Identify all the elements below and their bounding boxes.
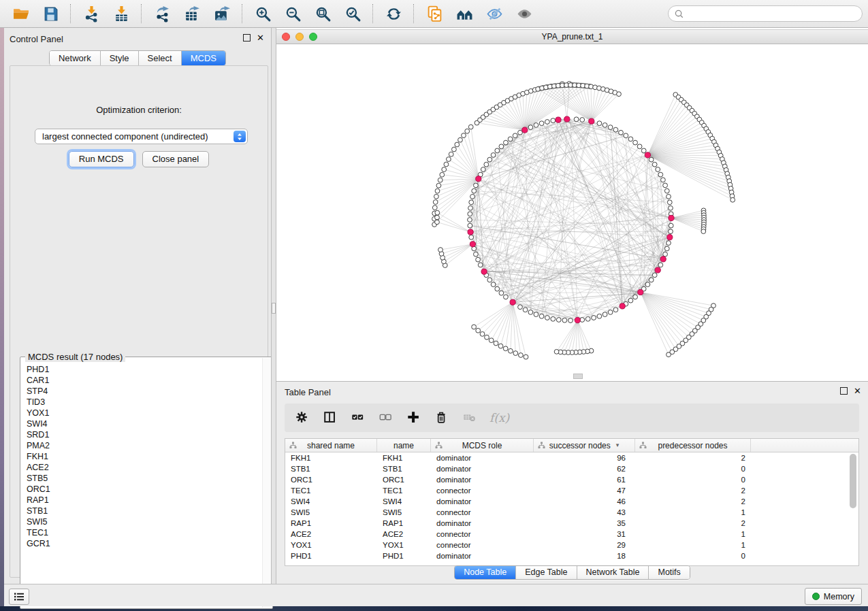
table-row-SWI4[interactable]: SWI4SWI4dominator462 — [285, 496, 858, 507]
cell-predecessor-nodes[interactable]: 0 — [635, 552, 751, 560]
column-header-MCDS-role[interactable]: MCDS role — [431, 439, 534, 452]
column-header-shared-name[interactable]: shared name — [285, 439, 377, 452]
mcds-node-item[interactable]: GCR1 — [27, 538, 262, 549]
cell-predecessor-nodes[interactable]: 2 — [635, 519, 751, 527]
cell-MCDS-role[interactable]: dominator — [431, 552, 534, 560]
deselect-all-rows-button[interactable] — [378, 410, 394, 426]
column-header-successor-nodes[interactable]: successor nodes▾ — [534, 439, 635, 452]
network-window-titlebar[interactable]: YPA_prune.txt_1 — [276, 29, 868, 44]
zoom-fit-button[interactable] — [311, 3, 334, 24]
cell-successor-nodes[interactable]: 18 — [534, 552, 635, 560]
mcds-result-list[interactable]: PHD1CAR1STP4TID3YOX1SWI4SRD1PMA2FKH1ACE2… — [21, 363, 262, 608]
export-network-button[interactable] — [150, 3, 174, 24]
open-session-button[interactable] — [9, 3, 32, 24]
tab-motifs[interactable]: Motifs — [649, 566, 689, 579]
zoom-in-button[interactable] — [251, 3, 274, 24]
cell-predecessor-nodes[interactable]: 2 — [635, 486, 751, 495]
cell-name[interactable]: ORC1 — [377, 476, 431, 484]
table-row-ORC1[interactable]: ORC1ORC1dominator610 — [285, 474, 858, 485]
cell-name[interactable]: SWI5 — [377, 508, 431, 516]
network-graph[interactable] — [276, 44, 868, 381]
delete-column-button[interactable] — [434, 410, 450, 426]
optimization-criterion-select[interactable]: largest connected component (undirected) — [35, 129, 248, 144]
cell-successor-nodes[interactable]: 47 — [534, 486, 635, 495]
mcds-node-item[interactable]: PHD1 — [27, 364, 262, 375]
cell-shared-name[interactable]: PHD1 — [285, 552, 377, 560]
float-table-panel-icon[interactable] — [840, 387, 848, 395]
mcds-node-item[interactable]: STP4 — [27, 386, 262, 397]
export-image-button[interactable] — [210, 3, 234, 24]
mcds-node-item[interactable]: STB5 — [27, 473, 262, 484]
cell-name[interactable]: ACE2 — [377, 530, 431, 538]
cell-MCDS-role[interactable]: dominator — [431, 454, 534, 462]
cell-predecessor-nodes[interactable]: 1 — [635, 508, 751, 516]
close-panel-button[interactable]: Close panel — [142, 151, 210, 167]
cell-successor-nodes[interactable]: 31 — [534, 530, 635, 538]
table-row-YOX1[interactable]: YOX1YOX1connector291 — [285, 540, 858, 550]
cell-name[interactable]: PHD1 — [377, 552, 431, 560]
table-settings-button[interactable] — [294, 410, 310, 426]
memory-button[interactable]: Memory — [805, 588, 862, 605]
cell-MCDS-role[interactable]: dominator — [431, 465, 534, 473]
first-neighbors-button[interactable] — [453, 3, 476, 24]
cell-name[interactable]: TEC1 — [377, 486, 431, 495]
table-scrollbar[interactable] — [850, 452, 857, 564]
tab-edge-table[interactable]: Edge Table — [516, 566, 577, 579]
cell-successor-nodes[interactable]: 61 — [534, 476, 635, 484]
hide-selected-button[interactable] — [483, 3, 506, 24]
mcds-node-item[interactable]: ORC1 — [27, 484, 262, 495]
tab-mcds[interactable]: MCDS — [182, 51, 225, 65]
table-row-RAP1[interactable]: RAP1RAP1dominator352 — [285, 518, 858, 529]
cell-predecessor-nodes[interactable]: 0 — [635, 465, 751, 473]
network-from-selection-button[interactable] — [423, 3, 446, 24]
cell-MCDS-role[interactable]: dominator — [431, 519, 534, 527]
export-table-button[interactable] — [180, 3, 204, 24]
save-session-button[interactable] — [39, 3, 62, 24]
table-row-TEC1[interactable]: TEC1TEC1connector472 — [285, 485, 858, 496]
cell-MCDS-role[interactable]: connector — [431, 486, 534, 495]
search-box[interactable] — [668, 5, 863, 22]
table-row-SWI5[interactable]: SWI5SWI5connector431 — [285, 507, 858, 518]
cell-name[interactable]: STB1 — [377, 465, 431, 473]
zoom-selected-button[interactable] — [341, 3, 364, 24]
cell-successor-nodes[interactable]: 46 — [534, 497, 635, 506]
cell-shared-name[interactable]: ACE2 — [285, 530, 377, 538]
table-row-PHD1[interactable]: PHD1PHD1dominator180 — [285, 550, 858, 561]
cell-shared-name[interactable]: RAP1 — [285, 519, 377, 527]
apply-layout-button[interactable] — [382, 3, 405, 24]
cell-MCDS-role[interactable]: connector — [431, 530, 534, 538]
mcds-node-item[interactable]: YOX1 — [27, 408, 262, 418]
cell-shared-name[interactable]: STB1 — [285, 465, 377, 473]
mcds-list-scrollbar[interactable] — [262, 358, 272, 608]
mcds-node-item[interactable]: PMA2 — [27, 440, 262, 451]
cell-predecessor-nodes[interactable]: 2 — [635, 497, 751, 506]
cell-MCDS-role[interactable]: connector — [431, 541, 534, 549]
close-panel-icon[interactable]: ✕ — [257, 35, 264, 41]
mcds-node-item[interactable]: RAP1 — [27, 495, 262, 506]
cell-shared-name[interactable]: FKH1 — [285, 454, 377, 462]
show-hidden-button[interactable] — [513, 3, 536, 24]
column-header-predecessor-nodes[interactable]: predecessor nodes — [635, 439, 751, 452]
cell-MCDS-role[interactable]: connector — [431, 508, 534, 516]
cell-successor-nodes[interactable]: 96 — [534, 454, 635, 462]
cell-successor-nodes[interactable]: 29 — [534, 541, 635, 549]
tab-node-table[interactable]: Node Table — [455, 566, 516, 579]
mcds-node-item[interactable]: SRD1 — [27, 429, 262, 440]
network-canvas[interactable] — [276, 44, 868, 381]
cell-name[interactable]: YOX1 — [377, 541, 431, 549]
cell-shared-name[interactable]: ORC1 — [285, 476, 377, 484]
mcds-node-item[interactable]: TEC1 — [27, 527, 262, 538]
run-mcds-button[interactable]: Run MCDS — [69, 151, 134, 167]
close-table-panel-icon[interactable]: ✕ — [854, 388, 861, 394]
column-header-name[interactable]: name — [377, 439, 431, 452]
sort-chevron-icon[interactable]: ▾ — [616, 442, 620, 448]
mcds-node-item[interactable]: FKH1 — [27, 451, 262, 462]
mcds-node-item[interactable]: CAR1 — [27, 375, 262, 386]
cell-shared-name[interactable]: YOX1 — [285, 541, 377, 549]
select-all-rows-button[interactable] — [350, 410, 366, 426]
cell-successor-nodes[interactable]: 43 — [534, 508, 635, 516]
task-history-button[interactable] — [9, 589, 29, 605]
tab-network[interactable]: Network — [50, 51, 101, 65]
cell-name[interactable]: RAP1 — [377, 519, 431, 527]
tab-network-table[interactable]: Network Table — [577, 566, 649, 579]
